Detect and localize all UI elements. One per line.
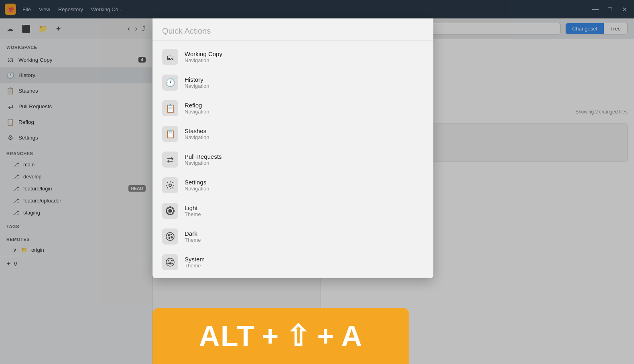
svg-point-3 xyxy=(167,208,169,209)
qa-system-icon xyxy=(162,254,178,270)
svg-point-19 xyxy=(169,263,171,264)
qa-dark-sublabel: Theme xyxy=(185,237,201,243)
qa-reflog-text: Reflog Navigation xyxy=(185,102,209,115)
qa-light-icon xyxy=(162,203,178,219)
svg-point-10 xyxy=(173,210,175,212)
qa-working-copy-label: Working Copy xyxy=(185,51,222,57)
svg-point-14 xyxy=(171,237,173,238)
svg-point-6 xyxy=(172,213,173,214)
svg-point-13 xyxy=(171,234,172,235)
quick-actions-header: Quick Actions xyxy=(152,18,433,41)
kb-arrow: ⇧ xyxy=(286,319,311,353)
qa-settings-sublabel: Navigation xyxy=(185,186,209,192)
qa-light-label: Light xyxy=(185,204,201,211)
kb-alt: ALT xyxy=(199,320,256,352)
quick-actions-title: Quick Actions xyxy=(162,26,424,36)
qa-item-light[interactable]: Light Theme xyxy=(152,198,433,224)
qa-system-sublabel: Theme xyxy=(185,263,205,269)
svg-point-21 xyxy=(172,263,173,264)
quick-actions-list: 🗂 Working Copy Navigation 🕐 History Navi… xyxy=(152,41,433,278)
svg-point-15 xyxy=(169,238,170,239)
svg-point-12 xyxy=(168,235,170,236)
qa-pull-requests-text: Pull Requests Navigation xyxy=(185,153,222,166)
qa-stashes-sublabel: Navigation xyxy=(185,134,209,140)
qa-dark-icon xyxy=(162,229,178,245)
svg-point-7 xyxy=(170,207,171,208)
keyboard-shortcut-banner: ALT + ⇧ + A xyxy=(152,308,409,364)
qa-history-text: History Navigation xyxy=(185,76,209,89)
svg-point-20 xyxy=(168,263,169,264)
kb-key: A xyxy=(341,320,363,352)
svg-point-4 xyxy=(172,208,173,209)
quick-actions-panel: Quick Actions 🗂 Working Copy Navigation … xyxy=(152,18,433,278)
qa-dark-text: Dark Theme xyxy=(185,230,201,243)
qa-reflog-sublabel: Navigation xyxy=(185,109,209,115)
svg-point-11 xyxy=(166,233,174,241)
kb-plus1: + xyxy=(262,320,279,352)
svg-point-8 xyxy=(170,214,171,215)
qa-item-working-copy[interactable]: 🗂 Working Copy Navigation xyxy=(152,44,433,70)
qa-item-stashes[interactable]: 📋 Stashes Navigation xyxy=(152,121,433,147)
qa-working-copy-text: Working Copy Navigation xyxy=(185,51,222,63)
qa-history-label: History xyxy=(185,76,209,83)
qa-stashes-icon: 📋 xyxy=(162,126,178,142)
qa-item-history[interactable]: 🕐 History Navigation xyxy=(152,70,433,95)
qa-stashes-text: Stashes Navigation xyxy=(185,127,209,140)
qa-working-copy-icon: 🗂 xyxy=(162,49,178,65)
qa-light-text: Light Theme xyxy=(185,204,201,217)
svg-point-18 xyxy=(171,260,173,261)
qa-light-sublabel: Theme xyxy=(185,211,201,217)
svg-point-5 xyxy=(167,213,169,214)
qa-settings-icon xyxy=(162,177,178,193)
qa-dark-label: Dark xyxy=(185,230,201,237)
qa-stashes-label: Stashes xyxy=(185,127,209,134)
qa-item-settings[interactable]: Settings Navigation xyxy=(152,172,433,198)
svg-point-0 xyxy=(169,184,171,186)
qa-settings-text: Settings Navigation xyxy=(185,179,209,192)
qa-working-copy-sublabel: Navigation xyxy=(185,57,222,63)
qa-history-icon: 🕐 xyxy=(162,75,178,91)
qa-pull-requests-label: Pull Requests xyxy=(185,153,222,160)
svg-point-9 xyxy=(166,210,167,212)
svg-point-16 xyxy=(166,258,174,266)
keyboard-shortcut-text: ALT + ⇧ + A xyxy=(199,319,363,353)
qa-item-reflog[interactable]: 📋 Reflog Navigation xyxy=(152,95,433,121)
qa-history-sublabel: Navigation xyxy=(185,83,209,89)
qa-item-dark[interactable]: Dark Theme xyxy=(152,224,433,249)
svg-point-2 xyxy=(169,209,172,212)
qa-settings-label: Settings xyxy=(185,179,209,186)
svg-point-17 xyxy=(168,260,169,261)
qa-system-text: System Theme xyxy=(185,256,205,269)
kb-plus2: + xyxy=(317,320,335,352)
qa-reflog-label: Reflog xyxy=(185,102,209,109)
qa-pull-requests-icon: ⇄ xyxy=(162,152,178,168)
qa-item-pull-requests[interactable]: ⇄ Pull Requests Navigation xyxy=(152,147,433,172)
qa-item-system[interactable]: System Theme xyxy=(152,249,433,275)
qa-system-label: System xyxy=(185,256,205,263)
qa-reflog-icon: 📋 xyxy=(162,100,178,116)
qa-pull-requests-sublabel: Navigation xyxy=(185,160,222,166)
